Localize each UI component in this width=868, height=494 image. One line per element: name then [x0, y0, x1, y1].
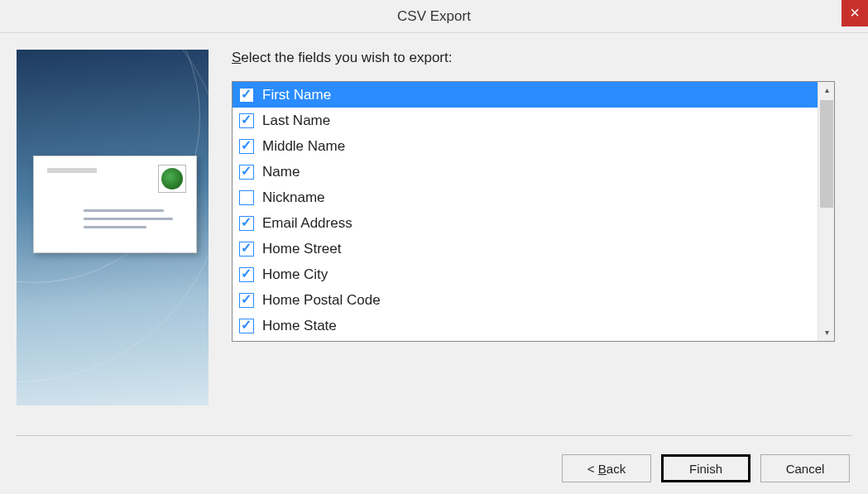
scroll-up-arrow-icon[interactable]: ▴: [818, 82, 835, 98]
field-label: Nickname: [262, 189, 325, 206]
field-checkbox[interactable]: [239, 319, 254, 333]
wizard-illustration: [17, 50, 209, 405]
field-item[interactable]: Home State: [233, 313, 818, 338]
field-item[interactable]: Nickname: [233, 185, 818, 210]
instruction-accelerator: S: [232, 50, 241, 65]
field-label: Home Postal Code: [262, 292, 381, 309]
instruction-text: elect the fields you wish to export:: [241, 50, 452, 65]
field-checkbox[interactable]: [239, 267, 254, 282]
finish-button[interactable]: Finish: [661, 454, 751, 482]
main-panel: Select the fields you wish to export: Fi…: [232, 50, 851, 405]
field-item[interactable]: Home Postal Code: [233, 287, 818, 313]
field-checkbox[interactable]: [239, 190, 254, 205]
fields-listbox[interactable]: First NameLast NameMiddle NameNameNickna…: [232, 81, 835, 342]
field-checkbox[interactable]: [239, 88, 254, 103]
field-checkbox[interactable]: [239, 165, 254, 180]
finish-label: Finish: [689, 462, 722, 476]
field-checkbox[interactable]: [239, 113, 254, 128]
field-label: Middle Name: [262, 138, 345, 155]
csv-export-dialog: CSV Export × Select the fields you wish …: [0, 0, 868, 494]
field-label: Last Name: [262, 113, 330, 129]
field-label: Home Street: [262, 241, 341, 257]
field-label: Name: [262, 164, 300, 180]
dialog-title: CSV Export: [397, 8, 471, 24]
field-item[interactable]: Email Address: [233, 210, 818, 236]
field-item[interactable]: Home City: [233, 261, 818, 287]
back-button[interactable]: < Back: [562, 454, 651, 482]
content-area: Select the fields you wish to export: Fi…: [0, 33, 868, 422]
field-label: Home State: [262, 318, 337, 334]
field-item[interactable]: First Name: [233, 82, 818, 108]
cancel-button[interactable]: Cancel: [760, 454, 850, 482]
field-item[interactable]: Middle Name: [233, 133, 818, 159]
cancel-label: Cancel: [786, 462, 825, 476]
scroll-thumb[interactable]: [820, 100, 833, 208]
field-item[interactable]: Home Street: [233, 236, 818, 261]
back-label-rest: ack: [607, 462, 626, 476]
field-label: Home City: [262, 266, 328, 283]
vertical-scrollbar[interactable]: ▴ ▾: [818, 82, 834, 341]
field-label: Email Address: [262, 215, 352, 232]
field-label: First Name: [262, 87, 331, 103]
field-checkbox[interactable]: [239, 139, 254, 154]
close-button[interactable]: ×: [842, 0, 868, 26]
field-checkbox[interactable]: [239, 293, 254, 308]
field-item[interactable]: Name: [233, 159, 818, 185]
field-checkbox[interactable]: [239, 242, 254, 257]
close-icon: ×: [850, 3, 860, 22]
list-items-container: First NameLast NameMiddle NameNameNickna…: [233, 82, 818, 341]
button-bar: < Back Finish Cancel: [562, 454, 850, 482]
stamp-icon: [158, 165, 186, 193]
titlebar: CSV Export ×: [0, 0, 868, 33]
instruction-label: Select the fields you wish to export:: [232, 50, 835, 66]
back-arrow-text: <: [587, 462, 598, 476]
back-accelerator: B: [598, 462, 607, 476]
envelope-icon: [33, 156, 197, 253]
scroll-down-arrow-icon[interactable]: ▾: [818, 324, 835, 341]
button-separator: [17, 435, 851, 436]
field-item[interactable]: Last Name: [233, 108, 818, 133]
field-checkbox[interactable]: [239, 216, 254, 231]
